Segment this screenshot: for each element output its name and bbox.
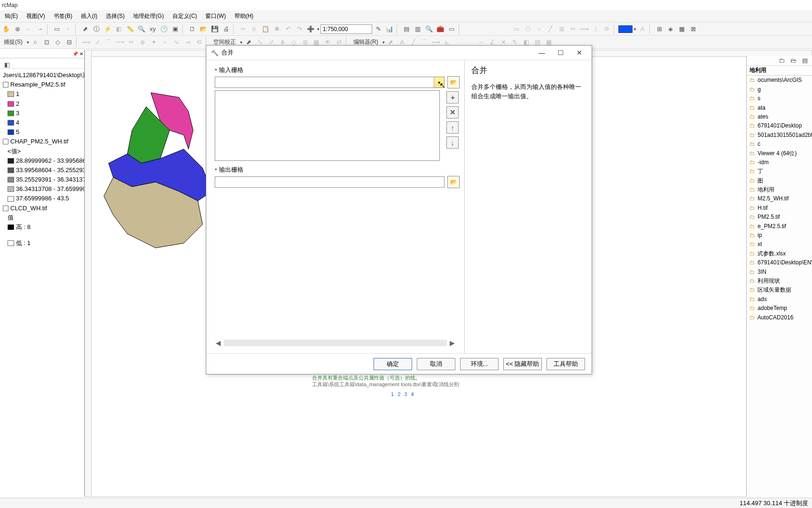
offset-icon[interactable]: ⫽: [92, 37, 102, 48]
zoom-full-icon[interactable]: ⊕: [12, 24, 23, 34]
undo-icon[interactable]: ↶: [283, 24, 293, 34]
fill-color-swatch[interactable]: [618, 25, 632, 33]
catalog-item[interactable]: 🗀 图: [747, 176, 812, 185]
select-icon[interactable]: ▭: [52, 24, 62, 34]
toc-group[interactable]: Jsers\L1286791401\Desktop\直: [1, 71, 83, 80]
menu-select[interactable]: 选择(S): [102, 11, 128, 22]
cut-icon[interactable]: ✂: [238, 24, 248, 34]
identify-icon[interactable]: ⓘ: [91, 24, 102, 34]
cancel-button[interactable]: 取消: [417, 358, 455, 370]
toc-layer-resample[interactable]: Resample_PM2.5.tif: [1, 80, 83, 89]
paste-icon[interactable]: 📋: [260, 24, 271, 34]
toc-range-3[interactable]: 35.25529391 - 36.34313707: [1, 175, 83, 184]
trim-icon[interactable]: ✂: [126, 37, 136, 48]
toc-layer-chap[interactable]: CHAP_PM2.5_WH.tif: [1, 137, 83, 146]
scroll-track[interactable]: [224, 340, 447, 346]
dialog-hscroll[interactable]: ◀ ▶: [211, 337, 460, 349]
list-by-drawing-icon[interactable]: ◧: [2, 59, 12, 70]
fillet-icon[interactable]: ⌒: [103, 37, 114, 48]
minimize-icon[interactable]: —: [532, 48, 551, 58]
menu-bookmark[interactable]: 书签(B): [50, 11, 76, 22]
scroll-left-icon[interactable]: ◀: [216, 339, 221, 347]
catalog-item[interactable]: 🗀 ata: [747, 103, 812, 112]
close-icon[interactable]: ✕: [79, 51, 83, 56]
page-4[interactable]: 4: [411, 391, 414, 397]
page-3[interactable]: 3: [404, 391, 407, 397]
scroll-right-icon[interactable]: ▶: [450, 339, 455, 347]
catalog-item[interactable]: 🗀 H.tif: [747, 204, 812, 213]
cat-up-icon[interactable]: 🗀: [776, 56, 787, 66]
toc-range-1[interactable]: 28.89999962 - 33.99568603: [1, 156, 83, 166]
hide-help-button[interactable]: << 隐藏帮助: [503, 358, 542, 370]
dialog-titlebar[interactable]: 🔨 合并 — ☐ ✕: [206, 46, 592, 60]
catalog-item[interactable]: 🗀 e_PM2.5.tif: [747, 222, 812, 231]
toc-range-4[interactable]: 36.34313708 - 37.65999985: [1, 184, 83, 194]
next-extent-icon[interactable]: →: [35, 24, 45, 34]
catalog-item[interactable]: 🗀 ates: [747, 112, 812, 121]
add-data-icon[interactable]: ➕: [305, 24, 316, 34]
menu-help[interactable]: 帮助(H): [231, 11, 258, 22]
toolbox-icon[interactable]: 🧰: [435, 24, 445, 34]
catalog-item[interactable]: 🗀 -idm: [747, 158, 812, 167]
snap-end-icon[interactable]: ⊡: [41, 37, 52, 48]
copy-icon[interactable]: ⎘: [249, 24, 259, 34]
page-1[interactable]: 1: [391, 391, 394, 397]
browse-input-button[interactable]: 📂: [447, 76, 460, 88]
snap-dropdown[interactable]: 捕捉(S): [1, 38, 25, 46]
menu-insert[interactable]: 插入(I): [77, 11, 101, 22]
chevron-down-icon[interactable]: ▾↖: [434, 77, 444, 87]
catalog-item[interactable]: 🗀 M2.5_WH.tif: [747, 194, 812, 203]
explode-icon[interactable]: ✦: [148, 37, 159, 48]
align-icon[interactable]: ⫤: [182, 37, 193, 48]
toc-class-3[interactable]: 3: [1, 109, 83, 118]
split-icon[interactable]: ✂: [568, 24, 578, 34]
save-icon[interactable]: 💾: [210, 24, 220, 34]
table-icon[interactable]: ▦: [677, 24, 687, 34]
python-icon[interactable]: ▭: [446, 24, 457, 34]
input-raster-list[interactable]: [215, 90, 440, 161]
catalog-item[interactable]: 🗀 adobeTemp: [747, 304, 812, 313]
cat-toggle-icon[interactable]: ▤: [800, 56, 810, 66]
input-raster-combo[interactable]: ▾↖: [215, 77, 445, 88]
replace-icon[interactable]: ⟲: [194, 37, 204, 48]
environment-button[interactable]: 环境...: [460, 358, 499, 370]
find-icon[interactable]: 🔍: [136, 24, 147, 34]
catalog-item[interactable]: 🗀 ads: [747, 295, 812, 304]
scale-combo[interactable]: 1:750,000: [320, 24, 372, 34]
toc-layer-clcd[interactable]: CLCD_WH.tif: [1, 204, 83, 213]
snap-edge-icon[interactable]: ⊟: [64, 37, 74, 48]
smooth-icon[interactable]: ∿: [171, 37, 181, 48]
move-up-button[interactable]: ↑: [446, 121, 459, 134]
chevron-down-icon[interactable]: ▾: [383, 40, 385, 45]
clear-sel-icon[interactable]: ▫: [63, 24, 73, 34]
output-raster-input[interactable]: [215, 176, 445, 188]
draw-poly-icon[interactable]: ⬠: [523, 24, 533, 34]
catalog-item[interactable]: 🗀 区域矢量数据: [747, 286, 812, 294]
measure-icon[interactable]: 📏: [125, 24, 135, 34]
catalog-item[interactable]: 🗀 式参数.xlsx: [747, 249, 812, 258]
ok-button[interactable]: 确定: [374, 358, 412, 370]
delete-icon[interactable]: ✖: [272, 24, 282, 34]
new-icon[interactable]: 🗋: [187, 24, 197, 34]
menu-view[interactable]: 视图(V): [23, 11, 49, 22]
add-button[interactable]: ＋: [446, 91, 459, 103]
open-icon[interactable]: 📂: [198, 24, 209, 34]
catalog-item[interactable]: 🗀 3IN: [747, 268, 812, 277]
maximize-icon[interactable]: ☐: [551, 48, 570, 58]
toc-class-5[interactable]: 5: [1, 127, 83, 137]
chevron-down-icon[interactable]: ▾: [634, 27, 636, 32]
catalog-item[interactable]: 🗀 6791401\Desktop: [747, 121, 812, 130]
layer-icon[interactable]: ◈: [665, 24, 676, 34]
construct-icon[interactable]: ⊞: [556, 24, 567, 34]
draw-circle-icon[interactable]: ○: [534, 24, 544, 34]
toc-class-2[interactable]: 2: [1, 99, 83, 109]
search-icon[interactable]: 🔍: [424, 24, 434, 34]
rotate-icon[interactable]: ⟳: [601, 24, 612, 34]
catalog-item[interactable]: 🗀 s: [747, 94, 812, 103]
extend-icon[interactable]: ⟶: [115, 37, 125, 48]
html-popup-icon[interactable]: ◧: [114, 24, 124, 34]
toc-range-5[interactable]: 37.65999986 - 43.5: [1, 194, 83, 203]
toc-icon[interactable]: ▤: [401, 24, 412, 34]
xy-icon[interactable]: xy: [148, 24, 158, 34]
draw-rect-icon[interactable]: ▭: [511, 24, 522, 34]
